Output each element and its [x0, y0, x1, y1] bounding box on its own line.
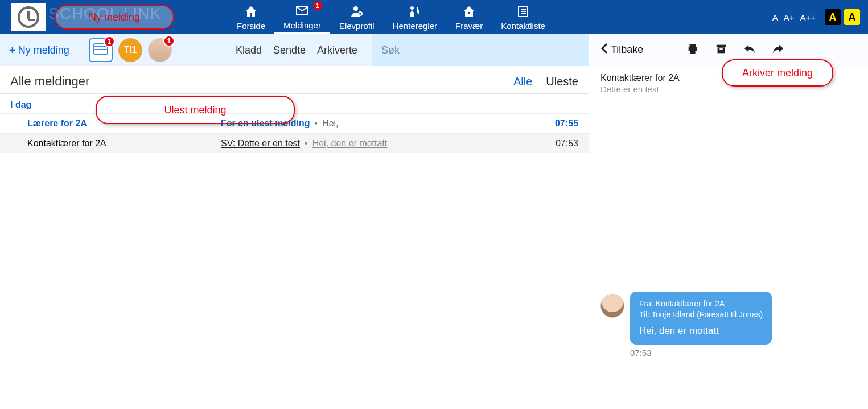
- list-header: Alle meldinger Alle Uleste: [0, 66, 589, 94]
- brand-logo: [11, 3, 46, 31]
- nav-items: Forside 1 Meldinger Elevprofil Henteregl…: [228, 0, 554, 34]
- fontsize-a-plus[interactable]: A+: [783, 11, 796, 23]
- nav-henteregler-label: Henteregler: [393, 21, 437, 31]
- message-subject-line: SV: Dette er en test • Hei, den er motta…: [221, 138, 527, 149]
- brand-area: SCHOOL LINK: [0, 0, 228, 34]
- back-button[interactable]: Tilbake: [600, 43, 643, 56]
- message-row[interactable]: Lærere for 2A For en ulest melding • Hei…: [0, 113, 589, 133]
- user-chip-ti-label: TI: [124, 45, 131, 55]
- svg-rect-12: [718, 47, 725, 53]
- filter-alle[interactable]: Alle: [513, 75, 532, 88]
- message-detail-panel: Tilbake: [589, 34, 868, 409]
- folder-tabs: Kladd Sendte Arkiverte: [236, 44, 365, 56]
- nav-forside-label: Forside: [237, 21, 265, 31]
- search-input[interactable]: [381, 44, 579, 56]
- forward-icon: [772, 43, 784, 58]
- message-subject: For en ulest melding: [221, 118, 310, 129]
- back-label: Tilbake: [611, 44, 643, 56]
- user-chip-ti-badge: 1: [131, 45, 137, 55]
- print-icon: [686, 43, 699, 58]
- svg-rect-3: [468, 12, 470, 14]
- bubble-time: 07:53: [630, 348, 772, 358]
- chevron-left-icon: [600, 43, 608, 56]
- plus-icon: +: [9, 44, 16, 57]
- message-bubble-wrap: Fra: Kontaktlærer for 2A Til: Tonje Idla…: [600, 292, 857, 358]
- svg-point-0: [353, 6, 358, 11]
- bubble-to: Til: Tonje Idland (Foresatt til Jonas): [639, 309, 763, 320]
- detail-sender: Kontaktlærer for 2A: [600, 73, 857, 83]
- pickup-icon: [408, 5, 422, 20]
- nav-meldinger-label: Meldinger: [283, 21, 321, 30]
- detail-toolbar: Tilbake: [589, 34, 868, 66]
- filter-uleste[interactable]: Uleste: [546, 75, 578, 88]
- list-title: Alle meldinger: [10, 74, 89, 89]
- message-toolbar: + Ny melding 1 TI 1 1 K: [0, 34, 589, 66]
- home-icon: [244, 5, 258, 20]
- topnav-right: A A+ A++ A A: [771, 0, 868, 34]
- message-time: 07:55: [527, 118, 578, 129]
- user-chip-child-badge: 1: [163, 35, 175, 47]
- search-container: [372, 34, 589, 66]
- bubble-from: Fra: Kontaktlærer for 2A: [639, 298, 763, 309]
- inbox-badge: 1: [104, 36, 115, 47]
- tab-arkiverte[interactable]: Arkiverte: [317, 44, 357, 56]
- nav-kontaktliste-label: Kontaktliste: [501, 21, 545, 31]
- mail-icon: [295, 4, 309, 19]
- message-time: 07:53: [527, 138, 578, 149]
- user-chip-ti[interactable]: TI 1: [118, 38, 142, 62]
- svg-rect-11: [717, 44, 726, 47]
- print-button[interactable]: [686, 43, 699, 58]
- fontsize-a[interactable]: A: [771, 11, 779, 23]
- brand-text: SCHOOL LINK: [48, 5, 161, 23]
- contrast-dark-button[interactable]: A: [825, 9, 841, 25]
- separator-dot: •: [305, 138, 308, 149]
- message-sender: Lærere for 2A: [27, 118, 221, 129]
- archive-icon: [715, 43, 727, 58]
- sender-avatar: [600, 294, 624, 318]
- bubble-body: Hei, den er mottatt: [639, 325, 763, 338]
- reply-button[interactable]: [743, 43, 756, 58]
- nav-elevprofil-label: Elevprofil: [339, 21, 375, 31]
- nav-meldinger-badge: 1: [313, 1, 322, 10]
- message-list-panel: + Ny melding 1 TI 1 1 K: [0, 34, 589, 409]
- list-icon: [516, 5, 530, 20]
- nav-fravaer-label: Fravær: [455, 21, 483, 31]
- new-message-label: Ny melding: [18, 44, 69, 56]
- message-subject-line: For en ulest melding • Hei,: [221, 118, 527, 129]
- tab-sendte[interactable]: Sendte: [273, 44, 306, 56]
- nav-elevprofil[interactable]: Elevprofil: [330, 0, 384, 34]
- forward-button[interactable]: [772, 43, 784, 58]
- nav-fravaer[interactable]: Fravær: [446, 0, 492, 34]
- message-sender: Kontaktlærer for 2A: [27, 138, 221, 149]
- contrast-light-button[interactable]: A: [844, 9, 860, 25]
- user-chip-child[interactable]: 1: [148, 38, 172, 62]
- svg-point-1: [359, 12, 362, 15]
- clock-icon: [18, 6, 39, 28]
- message-subject: SV: Dette er en test: [221, 138, 300, 149]
- archive-button[interactable]: [715, 43, 727, 58]
- message-bubble: Fra: Kontaktlærer for 2A Til: Tonje Idla…: [630, 292, 772, 345]
- message-preview: Hei,: [322, 118, 338, 129]
- nav-meldinger[interactable]: 1 Meldinger: [274, 0, 330, 34]
- reply-icon: [743, 43, 756, 58]
- separator-dot: •: [314, 118, 318, 129]
- svg-point-2: [410, 6, 414, 10]
- nav-kontaktliste[interactable]: Kontaktliste: [492, 0, 554, 34]
- section-today: I dag: [0, 94, 589, 113]
- message-row[interactable]: Kontaktlærer for 2A SV: Dette er en test…: [0, 133, 589, 153]
- nav-forside[interactable]: Forside: [228, 0, 274, 34]
- new-message-button[interactable]: + Ny melding: [7, 42, 72, 59]
- message-preview: Hei, den er mottatt: [312, 138, 388, 149]
- top-nav: SCHOOL LINK Forside 1 Meldinger Elevprof…: [0, 0, 868, 34]
- detail-header: Kontaktlærer for 2A Dette er en test: [589, 66, 868, 100]
- fontsize-a-plus-plus[interactable]: A++: [799, 11, 817, 23]
- nav-henteregler[interactable]: Henteregler: [384, 0, 446, 34]
- thread-body: Fra: Kontaktlærer for 2A Til: Tonje Idla…: [589, 100, 868, 409]
- user-icon: [350, 5, 364, 20]
- house-alert-icon: [462, 5, 476, 20]
- inbox-chip[interactable]: 1: [89, 38, 113, 62]
- svg-rect-13: [720, 48, 723, 50]
- detail-subject: Dette er en test: [600, 84, 857, 94]
- tab-kladd[interactable]: Kladd: [236, 44, 262, 56]
